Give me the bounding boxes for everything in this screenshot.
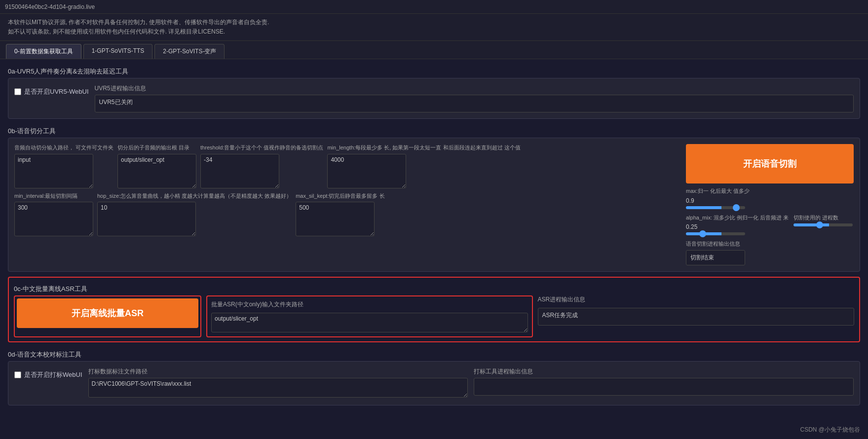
- main-content: 0a-UVR5人声件奏分离&去混响去延迟工具 是否开启UVR5-WebUI UV…: [0, 59, 868, 415]
- uvr5-panel: 是否开启UVR5-WebUI UVR5进程输出信息 UVR5已关闭: [8, 78, 860, 119]
- alpha-mix-value: 0.25: [686, 223, 789, 230]
- tab-1[interactable]: 1-GPT-SoVITS-TTS: [83, 44, 153, 59]
- speech-left: 音频自动切分输入路径， 可文件可文件夹 切分后的子音频的输出根 目录 thres…: [14, 144, 681, 265]
- label-left: 是否开启打标WebUI: [14, 367, 82, 382]
- min-length-field[interactable]: [327, 154, 406, 188]
- tab-2[interactable]: 2-GPT-SoVITS-变声: [154, 44, 225, 59]
- asr-inputs-area: 批量ASR(中文only)输入文件夹路径: [206, 295, 533, 337]
- top-bar: 91500464e0bc2-4d104-gradio.live: [0, 0, 868, 14]
- label-path-field[interactable]: [88, 378, 468, 398]
- speech-section-inner: 音频自动切分输入路径， 可文件可文件夹 切分后的子音频的输出根 目录 thres…: [14, 144, 854, 265]
- max-norm-label: max:归一 化后最大 值多少: [686, 187, 750, 195]
- label-output-box: [474, 378, 854, 396]
- asr-section: 0c-中文批量离线ASR工具 开启离线批量ASR 批量ASR(中文only)输入…: [8, 277, 860, 342]
- asr-input-field[interactable]: [211, 313, 528, 332]
- min-interval-field[interactable]: [14, 202, 93, 236]
- start-speech-button[interactable]: 开启语音切割: [686, 144, 854, 183]
- asr-output-box: ASR任务完成: [538, 308, 855, 326]
- max-norm-slider[interactable]: [686, 206, 745, 209]
- label-inner: 是否开启打标WebUI 打标数据标注文件路径 打标工具进程输出信息: [14, 367, 854, 399]
- threshold-group: threshold:音量小于这个个 值视作静音的备选切割点: [200, 144, 323, 188]
- tabs-bar: 0-前置数据集获取工具 1-GPT-SoVITS-TTS 2-GPT-SoVIT…: [0, 41, 868, 59]
- disclaimer-line1: 本软件以MIT协议开源, 作者不对软件具备任何控制力, 使用软件者、传播软件导出…: [8, 18, 860, 27]
- asr-output-label: ASR进程输出信息: [538, 295, 855, 304]
- output-dir-field[interactable]: [117, 154, 196, 188]
- asr-output-area: ASR进程输出信息 ASR任务完成: [538, 295, 855, 337]
- watermark: CSDN @小兔子烧包谷: [800, 426, 860, 434]
- disclaimer: 本软件以MIT协议开源, 作者不对软件具备任何控制力, 使用软件者、传播软件导出…: [0, 14, 868, 41]
- process-count-label: 切割使用的 进程数: [793, 214, 853, 221]
- uvr5-output-box: UVR5已关闭: [95, 95, 854, 112]
- label-checkbox-row: 是否开启打标WebUI: [14, 367, 82, 382]
- speech-right: 开启语音切割 max:归一 化后最大 值多少 0.9 alpha_mix: 混多…: [686, 144, 854, 265]
- process-count-slider[interactable]: [793, 223, 853, 226]
- alpha-mix-slider-group: alpha_mix: 混多少比 例归一化 后音频进 来 0.25: [686, 214, 789, 235]
- input-path-field[interactable]: [14, 154, 93, 188]
- uvr5-output-label: UVR5进程输出信息: [95, 84, 854, 93]
- hop-size-group: hop_size:怎么算音量曲线，越小精 度越大计算量越高（不是精度越大 效果越…: [97, 192, 292, 236]
- min-length-label: min_length:每段最少多 长, 如果第一段太短一直 和后面段连起来直到超…: [327, 144, 520, 151]
- label-mid-label: 打标数据标注文件路径: [88, 367, 468, 376]
- max-norm-slider-group: max:归一 化后最大 值多少 0.9: [686, 187, 750, 209]
- label-checkbox[interactable]: [14, 371, 21, 378]
- threshold-field[interactable]: [200, 154, 279, 188]
- output-dir-group: 切分后的子音频的输出根 目录: [117, 144, 196, 188]
- uvr5-left: 是否开启UVR5-WebUI: [14, 84, 89, 112]
- output-dir-label: 切分后的子音频的输出根 目录: [117, 144, 196, 151]
- min-length-group: min_length:每段最少多 长, 如果第一段太短一直 和后面段连起来直到超…: [327, 144, 520, 188]
- uvr5-checkbox-row: 是否开启UVR5-WebUI: [14, 84, 89, 99]
- asr-input-label: 批量ASR(中文only)输入文件夹路径: [211, 300, 528, 309]
- speech-output-label: 语音切割进程输出信息: [686, 240, 745, 248]
- asr-section-title: 0c-中文批量离线ASR工具: [14, 282, 854, 295]
- input-path-group: 音频自动切分输入路径， 可文件可文件夹: [14, 144, 113, 188]
- speech-output-box: 切割结束: [686, 250, 745, 265]
- speech-row2: min_interval:最短切割间隔 hop_size:怎么算音量曲线，越小精…: [14, 192, 681, 236]
- uvr5-section-title: 0a-UVR5人声件奏分离&去混响去延迟工具: [8, 64, 860, 78]
- alpha-mix-slider[interactable]: [686, 232, 745, 235]
- uvr5-right: UVR5进程输出信息 UVR5已关闭: [95, 84, 854, 112]
- sliders-area: max:归一 化后最大 值多少 0.9 alpha_mix: 混多少比 例归一化…: [686, 187, 854, 265]
- speech-section-title: 0b-语音切分工具: [8, 124, 860, 138]
- max-norm-value: 0.9: [686, 197, 750, 204]
- speech-row1: 音频自动切分输入路径， 可文件可文件夹 切分后的子音频的输出根 目录 thres…: [14, 144, 681, 188]
- asr-btn-area: 开启离线批量ASR: [14, 295, 201, 337]
- uvr5-checkbox[interactable]: [14, 88, 21, 95]
- process-count-group: 切割使用的 进程数: [793, 214, 853, 226]
- asr-start-button[interactable]: 开启离线批量ASR: [17, 298, 198, 328]
- disclaimer-line2: 如不认可该条款, 则不能使用或引用软件包内任何代码和文件. 详见根目录LICEN…: [8, 27, 860, 37]
- speech-panel: 音频自动切分输入路径， 可文件可文件夹 切分后的子音频的输出根 目录 thres…: [8, 138, 860, 271]
- label-panel: 是否开启打标WebUI 打标数据标注文件路径 打标工具进程输出信息: [8, 361, 860, 405]
- label-right: 打标工具进程输出信息: [474, 367, 854, 396]
- min-interval-group: min_interval:最短切割间隔: [14, 192, 93, 236]
- speech-output-group: 语音切割进程输出信息 切割结束: [686, 240, 745, 265]
- asr-inner: 开启离线批量ASR 批量ASR(中文only)输入文件夹路径 ASR进程输出信息…: [14, 295, 854, 337]
- alpha-mix-label: alpha_mix: 混多少比 例归一化 后音频进 来: [686, 214, 789, 221]
- label-mid: 打标数据标注文件路径: [88, 367, 468, 399]
- label-section-title: 0d-语音文本校对标注工具: [8, 347, 860, 361]
- min-interval-label: min_interval:最短切割间隔: [14, 192, 93, 200]
- max-sil-group: max_sil_kept:切完后静音最多留多 长: [296, 192, 384, 236]
- max-sil-label: max_sil_kept:切完后静音最多留多 长: [296, 192, 384, 200]
- uvr5-checkbox-label: 是否开启UVR5-WebUI: [24, 87, 89, 96]
- hop-size-field[interactable]: [97, 202, 196, 236]
- hop-size-label: hop_size:怎么算音量曲线，越小精 度越大计算量越高（不是精度越大 效果越…: [97, 192, 292, 200]
- max-sil-field[interactable]: [296, 202, 375, 236]
- threshold-label: threshold:音量小于这个个 值视作静音的备选切割点: [200, 144, 323, 151]
- input-path-label: 音频自动切分输入路径， 可文件可文件夹: [14, 144, 113, 151]
- label-output-label: 打标工具进程输出信息: [474, 367, 854, 376]
- tab-0[interactable]: 0-前置数据集获取工具: [6, 44, 81, 59]
- url-bar: 91500464e0bc2-4d104-gradio.live: [5, 3, 95, 10]
- label-checkbox-label: 是否开启打标WebUI: [24, 370, 82, 379]
